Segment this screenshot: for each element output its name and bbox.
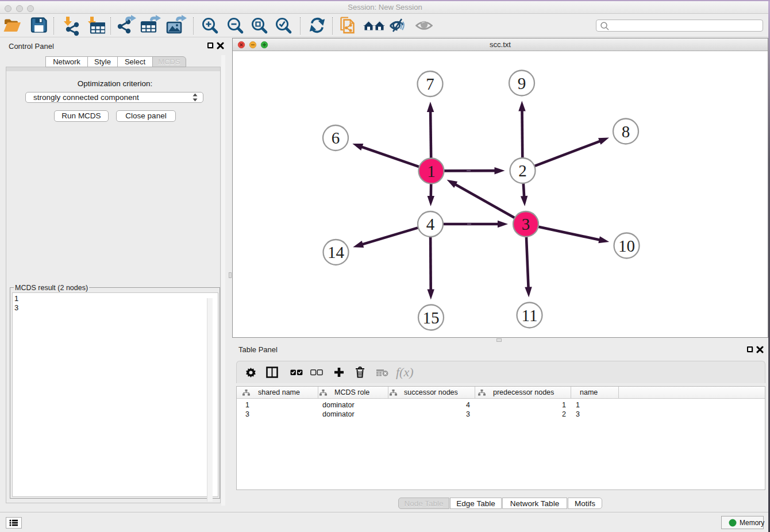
svg-text:10: 10 bbox=[618, 237, 635, 255]
svg-text:4: 4 bbox=[426, 215, 435, 233]
svg-text:11: 11 bbox=[522, 306, 538, 325]
svg-text:14: 14 bbox=[328, 243, 345, 261]
svg-text:2: 2 bbox=[518, 161, 527, 180]
svg-text:9: 9 bbox=[518, 74, 526, 92]
svg-text:3: 3 bbox=[522, 215, 530, 233]
svg-text:15: 15 bbox=[423, 309, 440, 327]
svg-text:8: 8 bbox=[622, 122, 630, 141]
svg-text:1: 1 bbox=[427, 162, 436, 180]
svg-text:6: 6 bbox=[332, 129, 340, 147]
svg-text:7: 7 bbox=[426, 75, 434, 93]
